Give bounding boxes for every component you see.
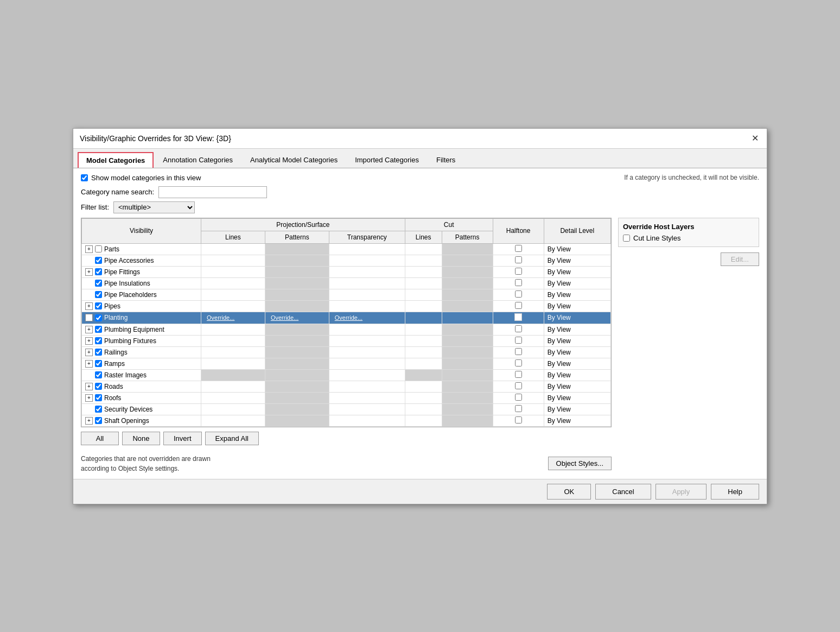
row-checkbox[interactable] [95,257,102,264]
halftone-cell[interactable] [493,415,544,426]
proj-transparency-cell[interactable] [329,255,405,266]
cut-patterns-cell[interactable] [442,243,493,255]
close-button[interactable]: ✕ [749,133,760,144]
cancel-button[interactable]: Cancel [595,484,651,500]
halftone-checkbox[interactable] [515,337,522,344]
proj-lines-cell[interactable] [201,277,265,289]
halftone-checkbox[interactable] [515,268,522,275]
cut-patterns-cell[interactable] [442,335,493,346]
proj-patterns-cell[interactable] [265,403,329,415]
table-row[interactable]: Pipe InsulationsBy View [82,277,611,289]
proj-lines-cell[interactable] [201,403,265,415]
cut-patterns-cell[interactable] [442,300,493,312]
cut-patterns-cell[interactable] [442,324,493,335]
halftone-cell[interactable] [493,324,544,335]
table-row[interactable]: +RoofsBy View [82,392,611,403]
halftone-cell[interactable] [493,381,544,392]
halftone-cell[interactable] [493,312,544,324]
proj-lines-cell[interactable] [201,381,265,392]
proj-transparency-cell[interactable] [329,381,405,392]
cut-lines-cell[interactable] [405,300,442,312]
halftone-checkbox[interactable] [515,405,522,412]
cut-lines-cell[interactable] [405,312,442,324]
halftone-checkbox[interactable] [515,359,522,366]
proj-patterns-cell[interactable] [265,289,329,300]
proj-patterns-cell[interactable] [265,415,329,426]
proj-transparency-cell[interactable] [329,335,405,346]
proj-patterns-cell[interactable] [265,255,329,266]
halftone-checkbox[interactable] [515,382,522,389]
none-button[interactable]: None [122,432,160,445]
row-checkbox[interactable] [95,337,102,344]
expand-icon[interactable]: + [85,245,93,253]
halftone-checkbox[interactable] [515,348,522,355]
table-row[interactable]: +PlantingOverride...Override...Override.… [82,312,611,324]
show-model-checkbox[interactable] [81,174,88,181]
halftone-cell[interactable] [493,369,544,381]
proj-transparency-override-btn[interactable]: Override... [333,314,365,321]
proj-transparency-cell[interactable] [329,358,405,369]
proj-patterns-cell[interactable] [265,300,329,312]
proj-transparency-cell[interactable] [329,289,405,300]
proj-patterns-cell[interactable] [265,369,329,381]
cut-lines-cell[interactable] [405,266,442,277]
row-checkbox[interactable] [95,245,102,252]
expand-icon[interactable]: + [85,302,93,310]
proj-lines-cell[interactable] [201,300,265,312]
help-button[interactable]: Help [711,484,759,500]
cut-lines-cell[interactable] [405,403,442,415]
search-input[interactable] [158,186,267,198]
cut-patterns-cell[interactable] [442,277,493,289]
table-row[interactable]: +PartsBy View [82,243,611,255]
show-model-label[interactable]: Show model categories in this view [81,174,201,182]
cut-lines-cell[interactable] [405,324,442,335]
halftone-cell[interactable] [493,243,544,255]
cut-patterns-cell[interactable] [442,403,493,415]
halftone-cell[interactable] [493,277,544,289]
proj-lines-cell[interactable] [201,358,265,369]
apply-button[interactable]: Apply [656,484,707,500]
cut-patterns-cell[interactable] [442,369,493,381]
cut-patterns-cell[interactable] [442,415,493,426]
cut-lines-cell[interactable] [405,255,442,266]
halftone-checkbox[interactable] [515,245,522,252]
row-checkbox[interactable] [95,268,102,275]
proj-patterns-cell[interactable] [265,324,329,335]
proj-transparency-cell[interactable] [329,300,405,312]
cut-patterns-cell[interactable] [442,266,493,277]
cut-patterns-cell[interactable] [442,346,493,358]
proj-patterns-cell[interactable] [265,381,329,392]
proj-lines-cell[interactable] [201,346,265,358]
cut-lines-cell[interactable] [405,358,442,369]
proj-patterns-cell[interactable] [265,266,329,277]
halftone-checkbox[interactable] [515,256,522,263]
cut-patterns-cell[interactable] [442,289,493,300]
proj-transparency-cell[interactable] [329,277,405,289]
cut-patterns-cell[interactable] [442,255,493,266]
row-checkbox[interactable] [95,383,102,390]
halftone-cell[interactable] [493,300,544,312]
halftone-checkbox[interactable] [515,394,522,401]
table-row[interactable]: +RampsBy View [82,358,611,369]
proj-lines-cell[interactable] [201,369,265,381]
cut-patterns-cell[interactable] [442,358,493,369]
proj-transparency-cell[interactable] [329,346,405,358]
halftone-cell[interactable] [493,346,544,358]
proj-lines-cell[interactable] [201,255,265,266]
proj-patterns-override-btn[interactable]: Override... [269,314,301,321]
cut-line-styles-checkbox[interactable] [623,235,630,242]
proj-lines-cell[interactable] [201,415,265,426]
table-row[interactable]: Raster ImagesBy View [82,369,611,381]
cut-patterns-cell[interactable] [442,392,493,403]
row-checkbox[interactable] [95,349,102,356]
row-checkbox[interactable] [95,326,102,333]
tab-imported-categories[interactable]: Imported Categories [347,152,427,168]
table-row[interactable]: +Pipe FittingsBy View [82,266,611,277]
proj-transparency-cell[interactable]: Override... [329,312,405,324]
halftone-checkbox[interactable] [515,416,522,424]
table-row[interactable]: +Plumbing EquipmentBy View [82,324,611,335]
tab-filters[interactable]: Filters [428,152,463,168]
proj-transparency-cell[interactable] [329,392,405,403]
table-row[interactable]: +Shaft OpeningsBy View [82,415,611,426]
halftone-checkbox[interactable] [515,279,522,286]
